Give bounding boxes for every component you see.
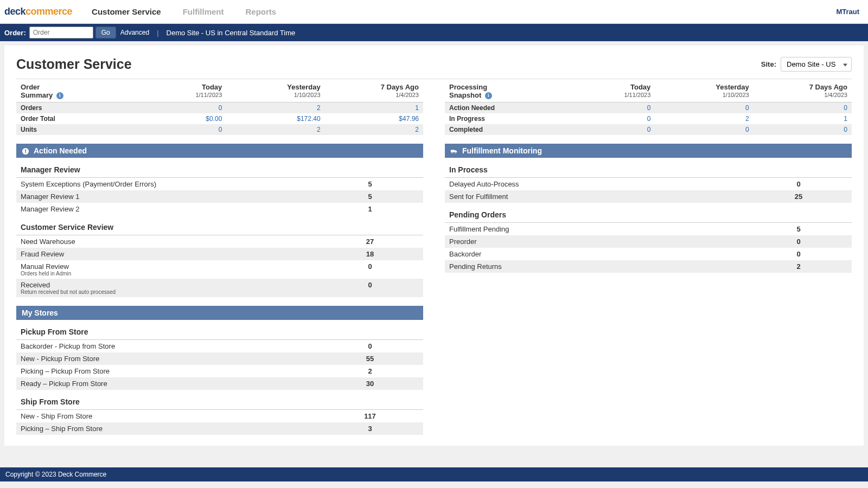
data-row-label: Picking – Ship From Store <box>21 425 321 433</box>
data-row[interactable]: Delayed Auto-Process0 <box>445 178 852 190</box>
data-row-label: Preorder <box>449 237 750 246</box>
data-row-value: 0 <box>321 281 419 295</box>
group-heading: Manager Review <box>16 158 423 178</box>
order-summary-table: OrderSummary i Today1/11/2023 Yesterday1… <box>16 82 423 135</box>
summary-value[interactable]: 0 <box>124 126 222 133</box>
data-row-value: 30 <box>321 380 419 388</box>
data-row-value: 0 <box>321 262 419 277</box>
data-row-value: 25 <box>750 192 847 201</box>
order-summary-title: OrderSummary i <box>21 84 124 100</box>
main-nav-tabs: Customer Service Fulfillment Reports <box>92 7 276 16</box>
summary-value[interactable]: 2 <box>222 126 320 133</box>
data-row[interactable]: Picking – Ship From Store3 <box>16 422 423 435</box>
summary-value[interactable]: 1 <box>749 115 847 123</box>
group-heading: Pickup From Store <box>16 320 423 340</box>
fulfillment-monitoring-title: Fulfillment Monitoring <box>462 146 542 155</box>
data-row-label: Fulfillment Pending <box>449 225 750 233</box>
data-row-label: Backorder <box>449 250 750 258</box>
group-heading: In Process <box>445 158 852 178</box>
summary-value[interactable]: 0 <box>650 126 749 133</box>
alert-icon <box>22 146 29 155</box>
summary-row-label: Completed <box>449 126 552 133</box>
summary-value[interactable]: 0 <box>552 115 650 123</box>
summary-value[interactable]: $0.00 <box>124 115 222 123</box>
summary-row-label: Action Needed <box>449 104 552 112</box>
data-row-value: 5 <box>750 225 847 233</box>
data-row[interactable]: New - Pickup From Store55 <box>16 352 423 365</box>
data-row[interactable]: Fulfillment Pending5 <box>445 223 852 235</box>
data-row-label: Manager Review 1 <box>21 192 321 201</box>
data-row-label: New - Pickup From Store <box>21 355 321 363</box>
data-row[interactable]: Sent for Fulfillment25 <box>445 190 852 203</box>
data-row[interactable]: Manager Review 15 <box>16 190 423 203</box>
info-icon[interactable]: i <box>485 92 492 99</box>
summary-row: Action Needed000 <box>445 102 852 113</box>
processing-snapshot-title: ProcessingSnapshot i <box>449 84 552 100</box>
nav-tab-fulfillment[interactable]: Fulfillment <box>183 7 224 16</box>
go-button[interactable]: Go <box>95 27 116 38</box>
main-content: Customer Service Site: Demo Site - US Or… <box>4 46 864 446</box>
data-row[interactable]: System Exceptions (Payment/Order Errors)… <box>16 178 423 190</box>
data-row[interactable]: Backorder - Pickup from Store0 <box>16 340 423 352</box>
svg-point-4 <box>451 152 452 153</box>
data-row-value: 0 <box>750 237 847 246</box>
data-row-label: Manager Review 2 <box>21 205 321 213</box>
summary-value[interactable]: 2 <box>650 115 749 123</box>
site-selector-label: Site: <box>761 60 776 68</box>
nav-tab-customer-service[interactable]: Customer Service <box>92 7 161 16</box>
data-row[interactable]: New - Ship From Store117 <box>16 410 423 422</box>
fulfillment-monitoring-header: Fulfillment Monitoring <box>445 144 852 158</box>
logo-part1: deck <box>4 6 25 17</box>
summary-value[interactable]: 0 <box>124 104 222 112</box>
data-row-label: Delayed Auto-Process <box>449 180 750 188</box>
data-row-value: 2 <box>750 262 847 271</box>
order-input[interactable] <box>29 27 93 38</box>
summary-row: Units022 <box>16 124 423 135</box>
data-row-value: 5 <box>321 192 419 201</box>
data-row[interactable]: Backorder0 <box>445 248 852 260</box>
site-select[interactable]: Demo Site - US <box>781 57 852 72</box>
summary-value[interactable]: $172.40 <box>222 115 320 123</box>
data-row-label: Sent for Fulfillment <box>449 192 750 201</box>
summary-row-label: In Progress <box>449 115 552 123</box>
data-row[interactable]: Manager Review 21 <box>16 203 423 215</box>
site-selector: Site: Demo Site - US <box>761 57 852 72</box>
data-row[interactable]: Picking – Pickup From Store2 <box>16 365 423 377</box>
data-row-sublabel: Return received but not auto processed <box>21 289 321 295</box>
order-label: Order: <box>4 29 26 37</box>
summary-value[interactable]: 0 <box>749 126 847 133</box>
data-row-value: 3 <box>321 425 419 433</box>
advanced-link[interactable]: Advanced <box>120 29 149 36</box>
summary-row: OrderSummary i Today1/11/2023 Yesterday1… <box>16 79 852 135</box>
summary-value[interactable]: 1 <box>321 104 419 112</box>
data-row[interactable]: Fraud Review18 <box>16 248 423 260</box>
copyright: Copyright © 2023 Deck Commerce <box>5 471 106 478</box>
summary-value[interactable]: 0 <box>650 104 749 112</box>
page-header: Customer Service Site: Demo Site - US <box>16 56 852 72</box>
data-row[interactable]: Need Warehouse27 <box>16 235 423 248</box>
data-row[interactable]: Manual ReviewOrders held in Admin0 <box>16 260 423 279</box>
svg-rect-3 <box>451 150 455 152</box>
summary-value[interactable]: 0 <box>552 126 650 133</box>
data-row-label: System Exceptions (Payment/Order Errors) <box>21 180 321 188</box>
user-menu[interactable]: MTraut <box>836 8 864 16</box>
info-icon[interactable]: i <box>56 92 63 99</box>
action-needed-header: Action Needed <box>16 144 423 158</box>
data-row-value: 0 <box>321 342 419 350</box>
data-row[interactable]: Ready – Pickup From Store30 <box>16 377 423 390</box>
data-row[interactable]: Pending Returns2 <box>445 260 852 273</box>
right-column: Fulfillment Monitoring In ProcessDelayed… <box>445 144 852 435</box>
summary-value[interactable]: 2 <box>321 126 419 133</box>
summary-value[interactable]: 2 <box>222 104 320 112</box>
summary-value[interactable]: $47.96 <box>321 115 419 123</box>
data-row[interactable]: ReceivedReturn received but not auto pro… <box>16 279 423 297</box>
summary-value[interactable]: 0 <box>552 104 650 112</box>
data-row[interactable]: Preorder0 <box>445 235 852 248</box>
nav-tab-reports[interactable]: Reports <box>245 7 276 16</box>
search-bar: Order: Go Advanced | Demo Site - US in C… <box>0 24 868 41</box>
data-row-sublabel: Orders held in Admin <box>21 271 321 277</box>
brand-logo[interactable]: deckcommerce <box>4 6 74 17</box>
summary-value[interactable]: 0 <box>749 104 847 112</box>
site-timezone-info: Demo Site - US in Central Standard Time <box>167 29 296 37</box>
top-nav: deckcommerce Customer Service Fulfillmen… <box>0 0 868 24</box>
